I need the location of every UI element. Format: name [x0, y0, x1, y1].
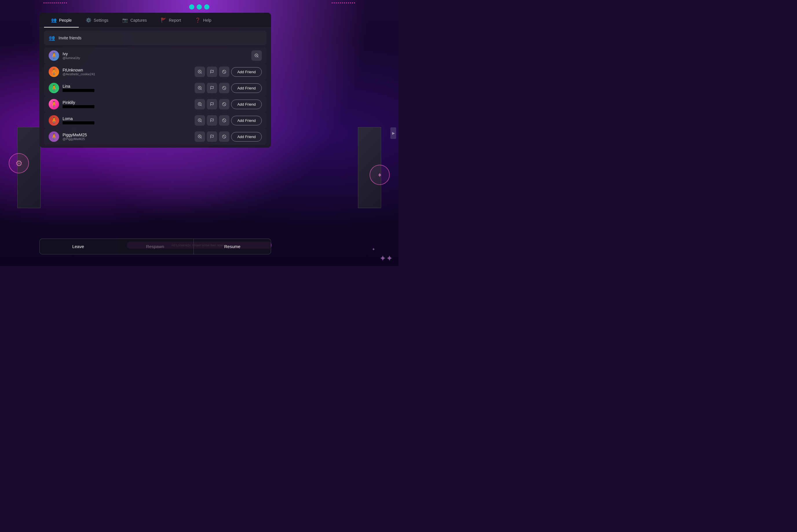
- invite-label: Invite friends: [58, 36, 81, 40]
- tab-icon-help: ❓: [195, 17, 201, 23]
- svg-line-33: [201, 137, 202, 138]
- person-info: PiggyMwM25@PiggyMwM25: [62, 133, 191, 141]
- add-friend-button[interactable]: Add Friend: [231, 99, 262, 109]
- block-button[interactable]: [219, 115, 229, 126]
- tab-label-settings: Settings: [94, 18, 109, 23]
- svg-line-1: [257, 56, 258, 57]
- invite-icon: 👥: [49, 35, 55, 41]
- avatar: 🧍: [49, 66, 59, 77]
- svg-line-38: [223, 135, 225, 138]
- person-info: FtUnknown@Aesthetic_cookie241: [62, 68, 191, 76]
- svg-line-17: [223, 87, 225, 89]
- person-row: 🧍Ivy@lumina1lty: [44, 48, 266, 64]
- report-button[interactable]: [207, 99, 217, 109]
- person-handle: @lumina1lty: [62, 56, 248, 60]
- stars-decoration: ✦✦: [379, 253, 393, 263]
- top-circles: [189, 4, 209, 10]
- star-small: ✦: [372, 247, 375, 251]
- tab-captures[interactable]: 📷 Captures: [115, 13, 154, 27]
- person-handle: [62, 121, 191, 125]
- report-button[interactable]: [207, 115, 217, 126]
- person-info: Loma: [62, 116, 191, 125]
- report-button[interactable]: [207, 131, 217, 142]
- person-row: 🧍PiggyMwM25@PiggyMwM25Add Friend: [44, 129, 266, 145]
- inspect-button[interactable]: [194, 66, 205, 77]
- add-friend-button[interactable]: Add Friend: [231, 116, 262, 125]
- bottom-buttons: Leave Respawn Resume: [39, 239, 271, 254]
- person-handle: @PiggyMwM25: [62, 137, 191, 141]
- avatar: 🧍: [49, 131, 59, 142]
- leave-button[interactable]: Leave: [39, 239, 117, 254]
- person-actions: Add Friend: [194, 131, 262, 142]
- tab-icon-captures: 📷: [122, 17, 128, 23]
- person-actions: Add Friend: [194, 66, 262, 77]
- ornament-right: [370, 165, 390, 185]
- svg-line-31: [223, 119, 225, 121]
- report-button[interactable]: [207, 83, 217, 93]
- person-name: Loma: [62, 116, 191, 121]
- person-name: Pinklily: [62, 100, 191, 105]
- inspect-button[interactable]: [194, 115, 205, 126]
- person-info: Pinklily: [62, 100, 191, 109]
- svg-line-24: [223, 103, 225, 106]
- add-friend-button[interactable]: Add Friend: [231, 67, 262, 77]
- block-button[interactable]: [219, 131, 229, 142]
- block-button[interactable]: [219, 99, 229, 109]
- pink-dots-right: [332, 2, 355, 3]
- avatar: 🧍: [49, 83, 59, 93]
- svg-line-19: [201, 105, 202, 106]
- tab-report[interactable]: 🚩 Report: [154, 13, 188, 27]
- inspect-button[interactable]: [252, 50, 262, 61]
- person-actions: Add Friend: [194, 115, 262, 126]
- avatar: 🧍: [49, 99, 59, 109]
- add-friend-button[interactable]: Add Friend: [231, 132, 262, 141]
- person-row: 🧍Lina Add Friend: [44, 80, 266, 96]
- tab-label-report: Report: [169, 18, 181, 23]
- person-handle: [62, 89, 191, 92]
- person-name: Ivy: [62, 52, 248, 56]
- nav-right-button[interactable]: ▶: [390, 127, 396, 139]
- main-modal: 👥 People ⚙️ Settings 📷 Captures 🚩 Report…: [39, 13, 271, 148]
- person-actions: Add Friend: [194, 99, 262, 109]
- block-button[interactable]: [219, 66, 229, 77]
- top-circle-2: [197, 4, 202, 10]
- invite-friends-row[interactable]: 👥 Invite friends: [44, 31, 266, 45]
- person-handle: [62, 105, 191, 109]
- pink-dots-left: [43, 2, 67, 3]
- svg-line-10: [223, 71, 225, 73]
- person-handle: @Aesthetic_cookie241: [62, 72, 191, 76]
- svg-line-26: [201, 121, 202, 122]
- ornament-left: [9, 153, 29, 173]
- tab-icon-settings: ⚙️: [86, 17, 92, 23]
- modal-content: 👥 Invite friends 🧍Ivy@lumina1lty🧍FtUnkno…: [39, 28, 271, 148]
- people-list: 🧍Ivy@lumina1lty🧍FtUnknown@Aesthetic_cook…: [44, 48, 266, 145]
- tab-icon-people: 👥: [51, 17, 57, 23]
- add-friend-button[interactable]: Add Friend: [231, 83, 262, 93]
- avatar: 🧍: [49, 50, 59, 61]
- person-name: PiggyMwM25: [62, 133, 191, 137]
- report-button[interactable]: [207, 66, 217, 77]
- svg-line-5: [201, 73, 202, 74]
- tab-help[interactable]: ❓ Help: [188, 13, 218, 27]
- inspect-button[interactable]: [194, 99, 205, 109]
- tab-bar: 👥 People ⚙️ Settings 📷 Captures 🚩 Report…: [39, 13, 271, 28]
- person-name: FtUnknown: [62, 68, 191, 72]
- tab-label-captures: Captures: [130, 18, 147, 23]
- svg-line-12: [201, 89, 202, 90]
- top-circle-3: [204, 4, 209, 10]
- person-row: 🧍FtUnknown@Aesthetic_cookie241Add Friend: [44, 64, 266, 80]
- person-row: 🧍Loma Add Friend: [44, 112, 266, 129]
- tab-settings[interactable]: ⚙️ Settings: [79, 13, 115, 27]
- person-actions: [252, 50, 262, 61]
- inspect-button[interactable]: [194, 83, 205, 93]
- resume-button[interactable]: Resume: [193, 239, 271, 254]
- top-circle-1: [189, 4, 194, 10]
- block-button[interactable]: [219, 83, 229, 93]
- inspect-button[interactable]: [194, 131, 205, 142]
- tab-people[interactable]: 👥 People: [44, 13, 79, 27]
- person-info: Ivy@lumina1lty: [62, 52, 248, 60]
- avatar: 🧍: [49, 115, 59, 126]
- tab-label-people: People: [59, 18, 72, 23]
- tab-icon-report: 🚩: [161, 17, 167, 23]
- respawn-button[interactable]: Respawn: [117, 239, 194, 254]
